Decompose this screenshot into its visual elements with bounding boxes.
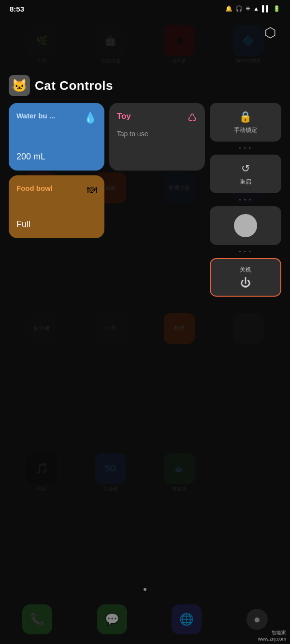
- dots-divider-top: • • •: [210, 145, 281, 151]
- cat-avatar: 🐱: [9, 75, 30, 96]
- brightness-slider-card[interactable]: [210, 206, 281, 245]
- dock-wechat-icon: 💬: [97, 604, 127, 634]
- page-dot: [144, 588, 146, 591]
- brightness-knob[interactable]: [234, 214, 257, 237]
- water-card-value: 200 mL: [16, 152, 97, 162]
- lock-card[interactable]: 🔒 手动锁定: [210, 103, 281, 142]
- middle-column: Toy ♺ Tap to use: [109, 103, 205, 171]
- water-card-name: Water bu ...: [16, 112, 55, 120]
- food-card-name: Food bowl: [16, 184, 53, 192]
- status-icons: 🔔 🎧 ✳ ▲ ▌▌ 🔋: [225, 5, 280, 12]
- panel-title: Cat Controls: [35, 78, 113, 93]
- watermark: 智能家 www.znj.com: [258, 630, 286, 642]
- signal-icon: ▌▌: [262, 5, 270, 12]
- cards-grid: Water bu ... 💧 200 mL Food bowl 🍽 Full T…: [9, 103, 281, 297]
- power-card[interactable]: 关机 ⏻: [210, 258, 281, 297]
- dots-divider-bot: • • •: [210, 249, 281, 254]
- dots-divider-mid: • • •: [210, 197, 281, 202]
- watermark-line1: 智能家: [258, 630, 286, 636]
- toy-card-name: Toy: [117, 112, 131, 121]
- headphone-icon: 🎧: [235, 5, 243, 12]
- restart-card[interactable]: ↺ 重启: [210, 155, 281, 193]
- cat-controls-panel: 🐱 Cat Controls Water bu ... 💧 200 mL Foo…: [9, 75, 281, 297]
- status-bar: 8:53 🔔 🎧 ✳ ▲ ▌▌ 🔋: [0, 0, 290, 17]
- dock-camera-icon: ●: [246, 609, 268, 630]
- water-card-top: Water bu ... 💧: [16, 112, 97, 124]
- wifi-icon: ▲: [253, 5, 259, 12]
- settings-hex-button[interactable]: ⬡: [261, 23, 279, 42]
- food-card[interactable]: Food bowl 🍽 Full: [9, 175, 104, 238]
- right-column: 🔒 手动锁定 • • • ↺ 重启 • • • • • • 关机 ⏻: [210, 103, 281, 297]
- toy-icon: ♺: [188, 112, 197, 124]
- toy-card[interactable]: Toy ♺ Tap to use: [109, 103, 205, 171]
- lock-icon: 🔒: [239, 111, 252, 123]
- food-bowl-icon: 🍽: [87, 184, 97, 195]
- toy-tap-text: Tap to use: [117, 130, 197, 138]
- food-card-value: Full: [16, 219, 97, 229]
- restart-icon: ↺: [241, 162, 250, 175]
- water-drop-icon: 💧: [84, 112, 97, 124]
- bluetooth-icon: ✳: [246, 5, 250, 12]
- battery-icon: 🔋: [273, 5, 280, 12]
- dock-browser-icon: 🌐: [172, 604, 202, 634]
- panel-header: 🐱 Cat Controls: [9, 75, 281, 96]
- bottom-dock: 📞 💬 🌐 ●: [0, 604, 290, 634]
- hex-icon: ⬡: [264, 25, 276, 41]
- power-icon: ⏻: [240, 277, 251, 289]
- status-time: 8:53: [10, 5, 24, 13]
- dock-phone-icon: 📞: [22, 604, 52, 634]
- food-card-top: Food bowl 🍽: [16, 184, 97, 195]
- watermark-line2: www.znj.com: [258, 636, 286, 642]
- left-column: Water bu ... 💧 200 mL Food bowl 🍽 Full: [9, 103, 104, 238]
- lock-label: 手动锁定: [234, 126, 257, 134]
- restart-label: 重启: [240, 178, 251, 186]
- water-card[interactable]: Water bu ... 💧 200 mL: [9, 103, 104, 171]
- power-label: 关机: [240, 266, 251, 274]
- notification-icon: 🔔: [225, 5, 232, 12]
- toy-card-top: Toy ♺: [117, 112, 197, 124]
